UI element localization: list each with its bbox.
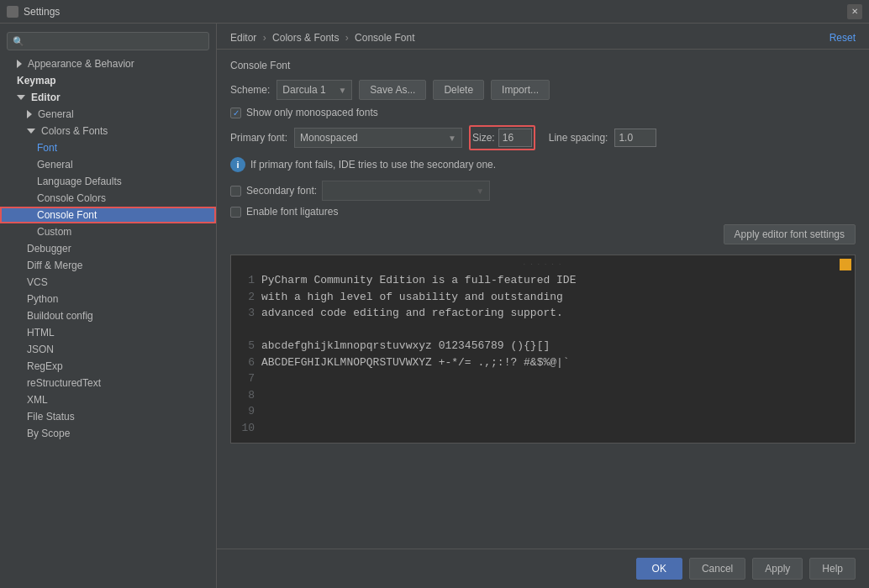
preview-line-6: 6ABCDEFGHIJKLMNOPQRSTUVWXYZ +-*/= .,;:!?… bbox=[238, 354, 848, 371]
sidebar-item-label: RegExp bbox=[27, 360, 63, 372]
preview-container: · · · · · · 1PyCharm Community Edition i… bbox=[230, 255, 856, 444]
secondary-checkbox[interactable] bbox=[230, 186, 241, 197]
sidebar-item-label: Python bbox=[27, 293, 58, 305]
search-input[interactable] bbox=[28, 35, 203, 47]
scheme-label: Scheme: bbox=[230, 84, 270, 96]
sidebar-item-keymap[interactable]: Keymap bbox=[0, 72, 216, 89]
sidebar-item-regexp[interactable]: RegExp bbox=[0, 358, 216, 375]
ok-button[interactable]: OK bbox=[636, 558, 682, 580]
line-num-5: 5 bbox=[238, 338, 255, 354]
collapse-icon bbox=[27, 110, 32, 118]
title-bar: Settings ✕ bbox=[0, 0, 869, 24]
window-title: Settings bbox=[24, 6, 60, 18]
size-input[interactable] bbox=[498, 129, 532, 147]
sidebar-item-general[interactable]: General bbox=[0, 106, 216, 123]
primary-font-select[interactable]: Monospaced ▼ bbox=[294, 128, 462, 148]
search-box[interactable]: 🔍 bbox=[7, 32, 209, 50]
main-container: 🔍 Appearance & Behavior Keymap Editor Ge… bbox=[0, 24, 869, 588]
collapse-icon bbox=[17, 60, 22, 68]
secondary-checkbox-label[interactable]: Secondary font: bbox=[230, 185, 317, 197]
apply-editor-font-button[interactable]: Apply editor font settings bbox=[724, 224, 856, 244]
sidebar-item-label: Colors & Fonts bbox=[41, 125, 108, 137]
apply-btn-row: Apply editor font settings bbox=[230, 224, 856, 244]
sidebar-item-json[interactable]: JSON bbox=[0, 341, 216, 358]
sidebar-item-label: XML bbox=[27, 394, 48, 406]
preview-line-9: 9 bbox=[238, 403, 848, 420]
sidebar-item-label: General bbox=[38, 108, 74, 120]
secondary-dropdown-icon: ▼ bbox=[476, 186, 484, 196]
ligatures-label: Enable font ligatures bbox=[246, 206, 338, 218]
sidebar-item-label: Editor bbox=[31, 92, 61, 103]
line-num-9: 9 bbox=[238, 403, 255, 420]
sidebar-item-label: Diff & Merge bbox=[27, 260, 82, 271]
preview-line-2: 2with a high level of usability and outs… bbox=[238, 289, 848, 306]
sidebar-item-diff-merge[interactable]: Diff & Merge bbox=[0, 257, 216, 274]
sidebar-item-font[interactable]: Font bbox=[0, 139, 216, 156]
sidebar-item-restructuredtext[interactable]: reStructuredText bbox=[0, 375, 216, 391]
sidebar-item-label: HTML bbox=[27, 327, 55, 339]
sidebar-item-appearance[interactable]: Appearance & Behavior bbox=[0, 55, 216, 72]
sidebar-item-editor[interactable]: Editor bbox=[0, 89, 216, 106]
ligatures-checkbox-label[interactable]: Enable font ligatures bbox=[230, 206, 338, 218]
apply-button[interactable]: Apply bbox=[752, 558, 803, 580]
sidebar-item-custom[interactable]: Custom bbox=[0, 223, 216, 240]
sidebar-item-by-scope[interactable]: By Scope bbox=[0, 425, 216, 442]
sidebar-item-file-status[interactable]: File Status bbox=[0, 408, 216, 425]
sidebar-item-console-colors[interactable]: Console Colors bbox=[0, 190, 216, 207]
close-button[interactable]: ✕ bbox=[847, 4, 862, 19]
preview-dots: · · · · · · bbox=[524, 260, 562, 268]
preview-content: 1PyCharm Community Edition is a full-fea… bbox=[231, 255, 855, 443]
sidebar-item-label: Language Defaults bbox=[37, 176, 122, 187]
section-header: Console Font bbox=[230, 60, 856, 71]
sidebar-item-label: Debugger bbox=[27, 243, 71, 255]
app-icon bbox=[7, 6, 18, 18]
line-num-6: 6 bbox=[238, 354, 255, 371]
monospaced-checkbox-label[interactable]: Show only monospaced fonts bbox=[230, 107, 378, 118]
content-area: Editor › Colors & Fonts › Console Font R… bbox=[217, 24, 869, 588]
sidebar-item-xml[interactable]: XML bbox=[0, 391, 216, 408]
breadcrumb: Editor › Colors & Fonts › Console Font bbox=[230, 32, 414, 44]
section-title: Console Font bbox=[230, 60, 290, 71]
size-label: Size: bbox=[472, 132, 495, 144]
line-spacing-input[interactable] bbox=[614, 129, 656, 147]
sidebar-item-vcs[interactable]: VCS bbox=[0, 274, 216, 291]
sidebar-item-label: File Status bbox=[27, 411, 75, 423]
help-button[interactable]: Help bbox=[809, 558, 856, 580]
font-dropdown-icon: ▼ bbox=[448, 134, 456, 143]
sidebar-item-general2[interactable]: General bbox=[0, 156, 216, 173]
content-body: Console Font Scheme: Darcula 1 ▼ Save As… bbox=[217, 50, 869, 549]
footer: OK Cancel Apply Help bbox=[217, 549, 869, 588]
line-num-8: 8 bbox=[238, 387, 255, 404]
ligatures-checkbox[interactable] bbox=[230, 207, 241, 218]
info-row: i If primary font fails, IDE tries to us… bbox=[230, 157, 856, 172]
sidebar-item-label: reStructuredText bbox=[27, 377, 101, 389]
sidebar-item-label: Font bbox=[37, 142, 57, 154]
cancel-button[interactable]: Cancel bbox=[689, 558, 745, 580]
sidebar-item-label: Buildout config bbox=[27, 310, 93, 322]
size-box: Size: bbox=[469, 125, 535, 150]
import-button[interactable]: Import... bbox=[491, 80, 550, 100]
preview-line-3: 3advanced code editing and refactoring s… bbox=[238, 305, 848, 322]
scheme-select[interactable]: Darcula 1 ▼ bbox=[276, 80, 352, 100]
sidebar: 🔍 Appearance & Behavior Keymap Editor Ge… bbox=[0, 24, 217, 588]
sidebar-item-label: Console Colors bbox=[37, 192, 106, 204]
delete-button[interactable]: Delete bbox=[433, 80, 484, 100]
sidebar-item-label: VCS bbox=[27, 276, 48, 288]
monospaced-checkbox[interactable] bbox=[230, 108, 241, 118]
preview-line-4 bbox=[238, 322, 848, 339]
sidebar-item-html[interactable]: HTML bbox=[0, 324, 216, 341]
reset-link[interactable]: Reset bbox=[830, 32, 856, 44]
sidebar-item-python[interactable]: Python bbox=[0, 291, 216, 307]
sidebar-item-colors-fonts[interactable]: Colors & Fonts bbox=[0, 123, 216, 139]
sidebar-item-label: Appearance & Behavior bbox=[28, 58, 134, 70]
preview-line-10: 10 bbox=[238, 420, 848, 437]
breadcrumb-part1: Editor bbox=[230, 32, 256, 44]
sidebar-item-debugger[interactable]: Debugger bbox=[0, 240, 216, 257]
sidebar-item-console-font[interactable]: Console Font bbox=[0, 207, 216, 223]
secondary-font-select[interactable]: ▼ bbox=[322, 181, 490, 201]
preview-line-8: 8 bbox=[238, 387, 848, 404]
sidebar-item-label: Keymap bbox=[17, 75, 56, 87]
save-as-button[interactable]: Save As... bbox=[359, 80, 426, 100]
sidebar-item-buildout[interactable]: Buildout config bbox=[0, 307, 216, 324]
sidebar-item-language-defaults[interactable]: Language Defaults bbox=[0, 173, 216, 190]
